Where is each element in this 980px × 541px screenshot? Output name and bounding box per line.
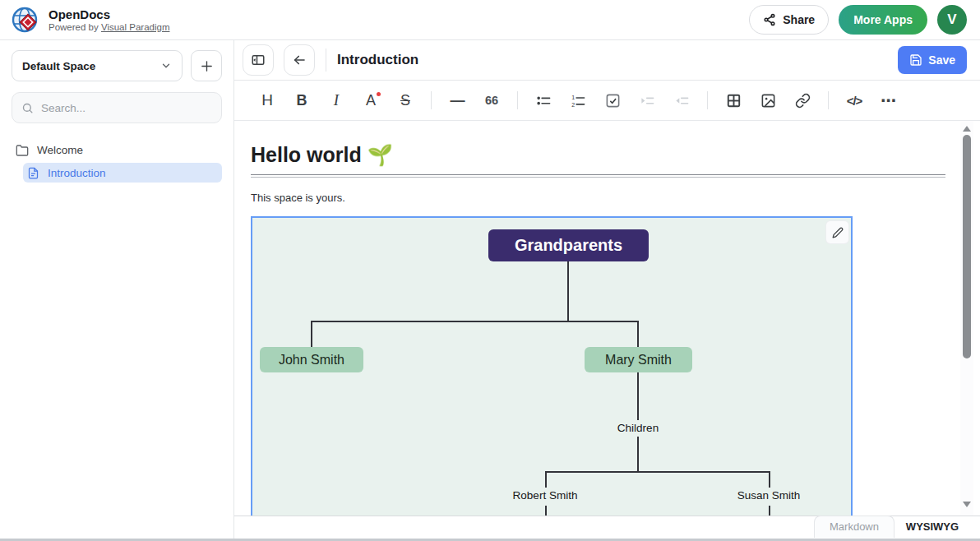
format-toolbar: H B I A S — 66 12 <box>234 81 980 121</box>
back-arrow-icon <box>292 53 307 67</box>
scrollbar-thumb[interactable] <box>963 135 971 358</box>
divider <box>431 91 432 109</box>
diagram-label-robert-smith: Robert Smith <box>504 489 586 502</box>
font-color-icon[interactable]: A <box>359 89 382 112</box>
connector-line <box>769 471 770 488</box>
editor-mode-bar: Markdown WYSIWYG <box>234 516 980 539</box>
powered-by: Powered by Visual Paradigm <box>49 21 169 33</box>
doc-paragraph: This space is yours. <box>251 192 945 204</box>
divider <box>517 91 518 109</box>
more-apps-button[interactable]: More Apps <box>839 5 927 35</box>
indent-icon <box>636 89 659 112</box>
diagram-label-susan-smith: Susan Smith <box>728 489 810 502</box>
opendocs-logo-icon <box>10 4 41 35</box>
back-button[interactable] <box>284 44 315 76</box>
save-label: Save <box>928 53 955 67</box>
connector-line <box>637 437 639 471</box>
search-box[interactable] <box>12 92 222 123</box>
powered-by-prefix: Powered by <box>49 22 101 32</box>
italic-icon[interactable]: I <box>325 89 348 112</box>
divider <box>707 91 708 109</box>
save-button[interactable]: Save <box>898 46 967 74</box>
tree-item-welcome[interactable]: Welcome <box>12 140 222 160</box>
header-actions: Share More Apps V <box>749 5 967 35</box>
doc-header: Introduction Save <box>234 40 980 81</box>
space-selector[interactable]: Default Space <box>12 50 183 81</box>
heading-rule <box>251 174 945 178</box>
share-label: Share <box>783 13 815 26</box>
main-panel: Introduction Save H B I A S — 66 <box>234 40 980 539</box>
outdent-icon <box>670 89 693 112</box>
tree-item-label: Welcome <box>37 144 83 156</box>
scroll-down-arrow[interactable] <box>963 502 971 507</box>
heading-icon[interactable]: H <box>256 89 279 112</box>
blockquote-icon[interactable]: 66 <box>480 89 503 112</box>
share-button[interactable]: Share <box>749 5 829 35</box>
add-space-button[interactable] <box>191 50 222 81</box>
doc-heading: Hello world 🌱 <box>251 143 945 167</box>
space-selector-value: Default Space <box>22 60 95 72</box>
edit-diagram-button[interactable] <box>826 221 848 243</box>
toggle-sidebar-button[interactable] <box>243 44 274 76</box>
bullet-list-icon[interactable] <box>532 89 555 112</box>
connector-line <box>545 471 770 473</box>
connector-line <box>567 261 569 321</box>
more-options-icon[interactable]: ⋯ <box>877 89 900 112</box>
body-row: Default Space <box>0 40 980 539</box>
connector-line <box>311 321 312 347</box>
avatar[interactable]: V <box>937 5 967 35</box>
tree-item-label: Introduction <box>48 167 106 179</box>
divider <box>326 49 326 72</box>
plus-icon <box>200 59 214 73</box>
sidebar: Default Space <box>0 40 234 539</box>
search-input[interactable] <box>41 102 212 114</box>
divider <box>828 91 829 109</box>
app-window: OpenDocs Powered by Visual Paradigm Shar… <box>0 0 980 541</box>
svg-text:2: 2 <box>571 101 575 108</box>
sidebar-panel-icon <box>251 53 266 67</box>
horizontal-rule-icon[interactable]: — <box>446 89 469 112</box>
diagram-label-children: Children <box>605 422 671 434</box>
image-icon[interactable] <box>756 89 779 112</box>
chevron-down-icon <box>160 60 172 72</box>
connector-line <box>545 471 547 488</box>
code-block-icon[interactable]: </> <box>843 89 866 112</box>
brand: OpenDocs Powered by Visual Paradigm <box>10 4 169 35</box>
visual-paradigm-link[interactable]: Visual Paradigm <box>101 22 170 32</box>
tree-item-introduction[interactable]: Introduction <box>23 163 222 183</box>
document-icon <box>27 167 39 179</box>
scroll-up-arrow[interactable] <box>963 126 971 132</box>
save-icon <box>909 53 922 67</box>
editor-content[interactable]: Hello world 🌱 This space is yours. <box>234 121 980 516</box>
link-icon[interactable] <box>791 89 814 112</box>
strikethrough-icon[interactable]: S <box>394 89 417 112</box>
app-header: OpenDocs Powered by Visual Paradigm Shar… <box>0 0 980 40</box>
task-list-icon[interactable] <box>601 89 624 112</box>
diagram-embed[interactable]: Grandparents John Smith Mary Smith Child… <box>251 216 853 516</box>
app-title: OpenDocs <box>49 7 169 21</box>
tab-wysiwyg[interactable]: WYSIWYG <box>894 516 970 539</box>
connector-line <box>769 506 770 516</box>
diagram-node-mary-smith[interactable]: Mary Smith <box>585 347 692 372</box>
table-icon[interactable] <box>722 89 745 112</box>
bold-icon[interactable]: B <box>290 89 313 112</box>
connector-line <box>637 321 639 347</box>
space-row: Default Space <box>12 50 222 81</box>
search-icon <box>21 102 34 114</box>
share-icon <box>763 13 776 26</box>
connector-line <box>637 372 639 420</box>
connector-line <box>311 321 639 322</box>
folder-icon <box>16 144 29 157</box>
document-tree: Welcome Introduction <box>12 140 222 183</box>
brand-text: OpenDocs Powered by Visual Paradigm <box>49 7 169 33</box>
vertical-scrollbar[interactable] <box>960 121 973 516</box>
page-title: Introduction <box>337 52 418 68</box>
svg-text:1: 1 <box>571 95 575 101</box>
tab-markdown[interactable]: Markdown <box>814 516 894 538</box>
diagram-node-grandparents[interactable]: Grandparents <box>488 229 649 261</box>
diagram-node-john-smith[interactable]: John Smith <box>260 347 363 372</box>
pencil-icon <box>832 227 844 238</box>
numbered-list-icon[interactable]: 12 <box>566 89 589 112</box>
connector-line <box>545 506 547 516</box>
